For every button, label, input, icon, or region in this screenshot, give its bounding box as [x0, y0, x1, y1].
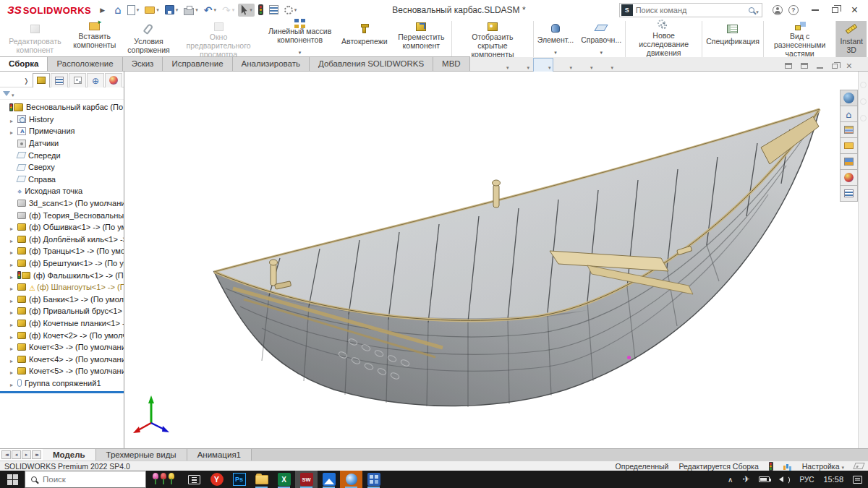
expand-arrow-icon[interactable]	[10, 281, 13, 293]
document-tab[interactable]: Трехмерные виды	[96, 449, 187, 461]
search-icon[interactable]	[749, 7, 754, 13]
ribbon-button[interactable]: Спецификация	[702, 21, 763, 57]
ribbon-button[interactable]: Линейный массив компонентов	[262, 21, 338, 57]
yandex-browser-app-icon[interactable]: Y	[205, 471, 228, 488]
tree-item[interactable]: Кочет<3> -> (По умолчанию)	[0, 341, 124, 354]
options-list-icon[interactable]	[267, 4, 281, 16]
command-tab[interactable]: Расположение	[47, 56, 122, 71]
clock[interactable]: 15:58	[823, 475, 843, 484]
tree-item[interactable]: (ф) Кочетные планки<1> -> (П	[0, 317, 124, 330]
tree-item[interactable]: Справа	[0, 174, 124, 186]
expand-arrow-icon[interactable]	[10, 341, 13, 353]
undo-icon[interactable]	[202, 2, 218, 18]
configurationmanager-tab-icon[interactable]	[69, 73, 86, 87]
video-editor-app-icon[interactable]	[183, 471, 205, 488]
featuremanager-tab-icon[interactable]	[33, 73, 50, 87]
zoom-to-area-icon[interactable]	[425, 59, 440, 72]
window-close-button[interactable]	[851, 4, 858, 17]
command-tab[interactable]: Анализировать	[232, 56, 310, 71]
document-tab[interactable]: Модель	[43, 449, 96, 461]
command-search-box[interactable]: S	[619, 3, 762, 17]
ribbon-button[interactable]: Новое исследование движения	[625, 21, 702, 57]
expand-arrow-icon[interactable]	[10, 377, 13, 389]
tree-item[interactable]: Датчики	[0, 137, 124, 150]
tree-item[interactable]: Кочет<5> -> (По умолчанию)	[0, 365, 124, 377]
tree-item[interactable]: Кочет<4> -> (По умолчанию)	[0, 353, 124, 365]
graphics-viewport[interactable]	[124, 72, 868, 448]
start-button[interactable]	[0, 471, 25, 488]
settings-gear-icon[interactable]	[282, 4, 299, 16]
document-minimize-button[interactable]	[817, 67, 823, 69]
tree-item[interactable]: (ф) Обшивка<1> -> (По умолч	[0, 221, 124, 234]
tree-item[interactable]: Сверху	[0, 161, 124, 174]
apply-scene-icon[interactable]	[576, 59, 595, 73]
rollback-bar[interactable]	[0, 391, 124, 393]
tree-item[interactable]: 3d_scan<1> (По умолчанию) <	[0, 197, 124, 210]
tree-item[interactable]: (ф) Теория_Весновальный<1>	[0, 209, 124, 221]
new-window-icon[interactable]	[785, 63, 792, 69]
photoshop-app-icon[interactable]: Ps	[228, 471, 250, 488]
volume-icon[interactable]	[779, 475, 790, 484]
expand-arrow-icon[interactable]	[10, 114, 13, 125]
notification-center-icon[interactable]	[853, 476, 862, 484]
tree-item[interactable]: (ф) Привальный брус<1> -> (П	[0, 305, 124, 317]
zoom-to-fit-icon[interactable]	[409, 59, 423, 72]
custom-properties-icon[interactable]	[840, 185, 858, 202]
tree-item[interactable]: Группа сопряжений1	[0, 377, 124, 390]
select-cursor-icon[interactable]	[238, 4, 255, 17]
expand-arrow-icon[interactable]	[10, 305, 13, 317]
tree-item[interactable]: Исходная точка	[0, 185, 124, 197]
expand-arrow-icon[interactable]	[10, 234, 13, 245]
dropdown-arrow-icon[interactable]	[299, 44, 302, 57]
window-restore-button[interactable]	[832, 7, 838, 13]
appearances-scenes-icon[interactable]	[840, 169, 858, 186]
tile-window-icon[interactable]	[801, 63, 808, 69]
expand-arrow-icon[interactable]	[10, 269, 13, 281]
taskbar-search-box[interactable]	[25, 471, 146, 488]
ribbon-button[interactable]: Элемент...	[533, 21, 577, 57]
logo-expand-arrow-icon[interactable]: ▶	[100, 7, 105, 14]
previous-view-icon[interactable]	[442, 59, 456, 72]
tree-item[interactable]: Примечания	[0, 125, 124, 137]
ribbon-button[interactable]: Вид с разнесенными частями	[763, 21, 836, 57]
expand-arrow-icon[interactable]	[10, 257, 13, 269]
home-icon[interactable]	[112, 2, 124, 18]
previous-tab-icon[interactable]	[12, 450, 21, 459]
battery-icon[interactable]	[759, 476, 770, 482]
taskbar-search-input[interactable]	[43, 475, 115, 484]
document-restore-button[interactable]	[832, 64, 838, 69]
display-style-icon[interactable]	[513, 59, 532, 73]
tree-item[interactable]: (ф) Долблёный киль<1> -> (По	[0, 234, 124, 246]
print-icon[interactable]	[182, 4, 200, 17]
expand-arrow-icon[interactable]	[10, 221, 13, 233]
photos-app-icon[interactable]	[318, 471, 340, 488]
user-account-button[interactable]	[770, 5, 786, 15]
save-icon[interactable]	[163, 4, 181, 16]
file-explorer-icon[interactable]	[840, 137, 858, 154]
command-tab[interactable]: Эскиз	[122, 56, 163, 71]
weather-widget-flowers[interactable]	[152, 473, 174, 484]
view-settings-icon[interactable]	[597, 59, 616, 73]
view-palette-icon[interactable]	[840, 153, 858, 170]
browser-app-icon[interactable]	[340, 471, 362, 488]
ribbon-button[interactable]: Автокрепежи	[338, 21, 391, 57]
propertymanager-tab-icon[interactable]	[51, 73, 68, 87]
ribbon-button[interactable]: Условия сопряжения	[122, 21, 175, 57]
redo-icon[interactable]	[220, 2, 237, 18]
expand-arrow-icon[interactable]	[10, 329, 13, 341]
expand-arrow-icon[interactable]	[10, 125, 13, 137]
expand-arrow-icon[interactable]	[10, 353, 13, 364]
dynamic-annotation-views-icon[interactable]	[475, 59, 490, 72]
command-tab[interactable]: Исправление	[162, 56, 232, 71]
panel-expand-arrow-icon[interactable]	[23, 76, 29, 85]
boat-assembly-model[interactable]	[124, 72, 868, 448]
ribbon-button[interactable]: Редактировать компонент	[3, 21, 67, 57]
new-document-icon[interactable]	[125, 4, 142, 17]
next-tab-icon[interactable]	[22, 450, 31, 459]
tree-item[interactable]: Весновальный карбас (По умолча	[0, 101, 124, 114]
tree-item[interactable]: History	[0, 114, 124, 126]
ribbon-button[interactable]: Вставить компоненты	[67, 21, 122, 57]
dropdown-arrow-icon[interactable]	[600, 44, 603, 57]
filter-funnel-icon[interactable]	[3, 91, 10, 96]
solidworks-resources-icon[interactable]	[840, 90, 858, 106]
